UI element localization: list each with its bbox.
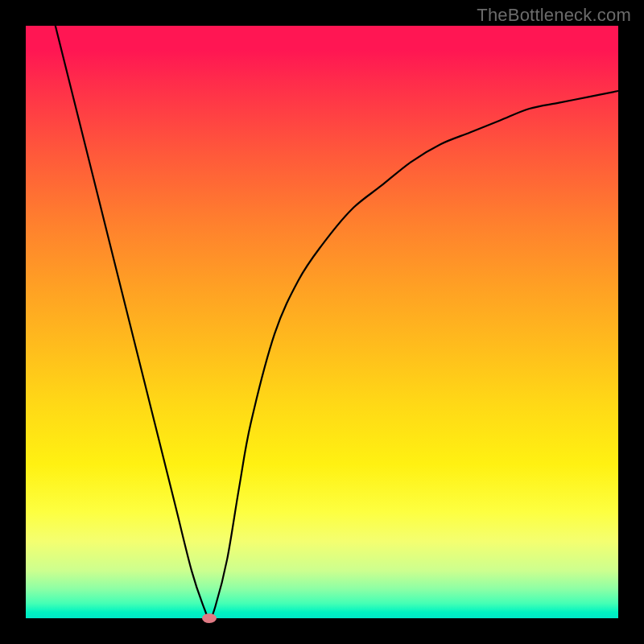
minimum-marker-icon xyxy=(202,613,217,623)
bottleneck-curve xyxy=(56,26,618,618)
watermark-text: TheBottleneck.com xyxy=(477,5,631,26)
chart-frame: TheBottleneck.com xyxy=(0,0,644,644)
plot-area xyxy=(26,26,618,618)
curve-svg xyxy=(26,26,618,618)
